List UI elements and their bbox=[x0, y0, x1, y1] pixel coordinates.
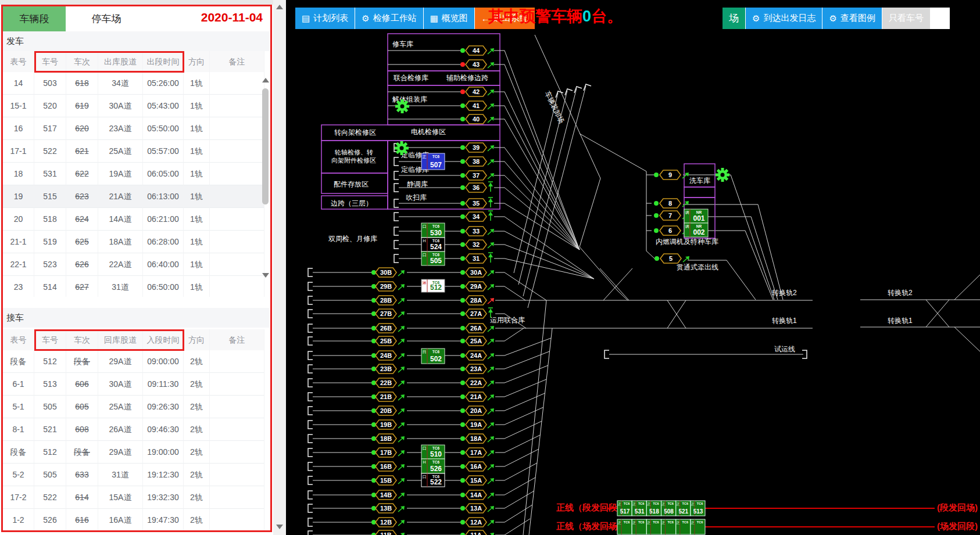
route-train-box-518[interactable]: 正TC6518 bbox=[646, 501, 661, 516]
table-row[interactable]: 17-152262125A道05:57:001轨 bbox=[3, 140, 264, 163]
track-badge-42[interactable]: 42 bbox=[466, 87, 487, 96]
train-box-505[interactable]: 口TC6505 bbox=[421, 252, 445, 265]
table-row[interactable]: 2351462731道06:50:001轨 bbox=[3, 276, 264, 297]
track-badge-37[interactable]: 37 bbox=[466, 171, 487, 180]
track-badge-35[interactable]: 35 bbox=[466, 199, 487, 208]
table-row[interactable]: 1853162219A道06:05:001轨 bbox=[3, 163, 264, 185]
train-box-510[interactable]: 口TC6510 bbox=[421, 445, 445, 459]
track-badge-11A[interactable]: 11A bbox=[466, 530, 487, 535]
train-box-530[interactable]: 口TC6530 bbox=[421, 223, 445, 238]
button-场[interactable]: 场 bbox=[723, 8, 745, 29]
track-badge-19B[interactable]: 19B bbox=[375, 420, 396, 429]
button-概览图[interactable]: ▦概览图 bbox=[424, 8, 474, 29]
route-train-box-521[interactable]: 正TC6521 bbox=[676, 501, 691, 516]
track-badge-26A[interactable]: 26A bbox=[466, 324, 487, 333]
route-train-box-508[interactable]: 正TC6508 bbox=[661, 501, 676, 516]
table-row[interactable]: 1651762023A道05:50:001轨 bbox=[3, 117, 264, 140]
table-row[interactable]: 22-152362622A道06:40:001轨 bbox=[3, 253, 264, 276]
train-box-002[interactable]: 调NR002 bbox=[684, 223, 708, 237]
table-row[interactable]: 2051862414A道06:21:001轨 bbox=[3, 208, 264, 231]
track-badge-23B[interactable]: 23B bbox=[375, 364, 396, 374]
track-badge-28A[interactable]: 28A bbox=[466, 296, 487, 305]
track-badge-12A[interactable]: 12A bbox=[466, 518, 487, 527]
panel-outer-scrollbar[interactable] bbox=[273, 0, 286, 535]
track-badge-27B[interactable]: 27B bbox=[375, 309, 396, 318]
track-badge-17B[interactable]: 17B bbox=[375, 448, 396, 457]
table-row[interactable]: 17-252261415A道19:32:302轨 bbox=[3, 486, 264, 509]
track-badge-9[interactable]: 9 bbox=[660, 170, 681, 179]
track-badge-41[interactable]: 41 bbox=[466, 101, 487, 110]
track-badge-24A[interactable]: 24A bbox=[466, 351, 487, 360]
track-badge-39[interactable]: 39 bbox=[466, 143, 487, 152]
route-train-box[interactable]: 正TC6 bbox=[691, 519, 705, 534]
track-badge-29A[interactable]: 29A bbox=[466, 282, 487, 291]
table-row[interactable]: 段备512段备29A道09:00:002轨 bbox=[3, 350, 264, 373]
track-badge-11B[interactable]: 11B bbox=[375, 530, 396, 535]
track-badge-25B[interactable]: 25B bbox=[375, 336, 396, 346]
blank-box[interactable] bbox=[931, 8, 950, 29]
route-train-box-517[interactable]: 正TC6517 bbox=[617, 501, 632, 516]
button-计划列表[interactable]: ▤计划列表 bbox=[295, 8, 355, 29]
track-badge-33[interactable]: 33 bbox=[466, 227, 487, 236]
button-检修工作站[interactable]: ⚙检修工作站 bbox=[355, 8, 423, 29]
route-train-box[interactable]: 正TC6 bbox=[617, 519, 632, 534]
track-badge-30B[interactable]: 30B bbox=[375, 268, 396, 277]
tab-停车场[interactable]: 停车场 bbox=[66, 6, 147, 31]
track-badge-34[interactable]: 34 bbox=[466, 212, 487, 221]
track-badge-22B[interactable]: 22B bbox=[375, 378, 396, 387]
table-row[interactable]: 5-250563331道19:12:302轨 bbox=[3, 464, 264, 486]
track-badge-40[interactable]: 40 bbox=[466, 114, 487, 124]
track-badge-17A[interactable]: 17A bbox=[466, 448, 487, 457]
track-badge-29B[interactable]: 29B bbox=[375, 282, 396, 291]
track-badge-44[interactable]: 44 bbox=[466, 46, 487, 55]
route-train-box[interactable]: 正TC6 bbox=[661, 519, 676, 534]
train-box-526[interactable]: HTC6526 bbox=[421, 459, 445, 473]
track-badge-13B[interactable]: 13B bbox=[375, 504, 396, 513]
track-badge-7[interactable]: 7 bbox=[660, 211, 681, 220]
route-train-box[interactable]: 正TC6 bbox=[632, 519, 646, 534]
track-badge-26B[interactable]: 26B bbox=[375, 324, 396, 333]
track-badge-20A[interactable]: 20A bbox=[466, 406, 487, 415]
table-row[interactable]: 15-152061930A道05:43:001轨 bbox=[3, 95, 264, 117]
train-box-524[interactable]: HTC6524 bbox=[421, 238, 445, 252]
track-badge-12B[interactable]: 12B bbox=[375, 518, 396, 527]
table-row[interactable]: 1450361834道05:26:001轨 bbox=[3, 72, 264, 95]
track-badge-31[interactable]: 31 bbox=[466, 254, 487, 263]
scroll-down-icon[interactable] bbox=[262, 273, 269, 278]
track-badge-28B[interactable]: 28B bbox=[375, 296, 396, 305]
track-badge-6[interactable]: 6 bbox=[660, 226, 681, 235]
train-box-507[interactable]: 正TC6507 bbox=[421, 153, 445, 170]
track-badge-21B[interactable]: 21B bbox=[375, 392, 396, 401]
route-train-box-531[interactable]: 正TC6531 bbox=[632, 501, 646, 516]
track-badge-8[interactable]: 8 bbox=[660, 199, 681, 208]
track-badge-21A[interactable]: 21A bbox=[466, 392, 487, 401]
table-row[interactable]: 1951562321A道06:13:001轨 bbox=[3, 185, 264, 208]
track-badge-14B[interactable]: 14B bbox=[375, 490, 396, 500]
route-train-box[interactable]: 正TC6 bbox=[676, 519, 691, 534]
scroll-down-icon[interactable] bbox=[276, 525, 283, 529]
train-box-522[interactable]: 口TC6522 bbox=[421, 473, 445, 487]
track-badge-18A[interactable]: 18A bbox=[466, 434, 487, 443]
table-row[interactable]: 段备512段备29A道19:00:002轨 bbox=[3, 441, 264, 464]
table-row[interactable]: 1-252661616A道19:47:302轨 bbox=[3, 509, 264, 530]
track-badge-23A[interactable]: 23A bbox=[466, 364, 487, 374]
track-badge-24B[interactable]: 24B bbox=[375, 351, 396, 360]
button-到达出发日志[interactable]: ⚙到达出发日志 bbox=[746, 8, 822, 29]
track-badge-16B[interactable]: 16B bbox=[375, 462, 396, 471]
track-badge-18B[interactable]: 18B bbox=[375, 434, 396, 443]
track-badge-32[interactable]: 32 bbox=[466, 240, 487, 249]
track-badge-25A[interactable]: 25A bbox=[466, 336, 487, 346]
train-box-512[interactable]: 淋TC6512 bbox=[421, 279, 445, 292]
track-badge-16A[interactable]: 16A bbox=[466, 462, 487, 471]
track-badge-27A[interactable]: 27A bbox=[466, 309, 487, 318]
scroll-thumb[interactable] bbox=[262, 88, 269, 204]
button-查看图例[interactable]: ⚙查看图例 bbox=[822, 8, 881, 29]
track-badge-38[interactable]: 38 bbox=[466, 157, 487, 166]
track-badge-43[interactable]: 43 bbox=[466, 60, 487, 69]
table-row[interactable]: 8-152160826A道09:46:302轨 bbox=[3, 418, 264, 441]
track-badge-22A[interactable]: 22A bbox=[466, 378, 487, 387]
route-train-box-513[interactable]: 正TC6513 bbox=[691, 501, 705, 516]
scroll-up-icon[interactable] bbox=[276, 5, 283, 9]
track-badge-5[interactable]: 5 bbox=[660, 254, 681, 263]
track-badge-19A[interactable]: 19A bbox=[466, 420, 487, 429]
